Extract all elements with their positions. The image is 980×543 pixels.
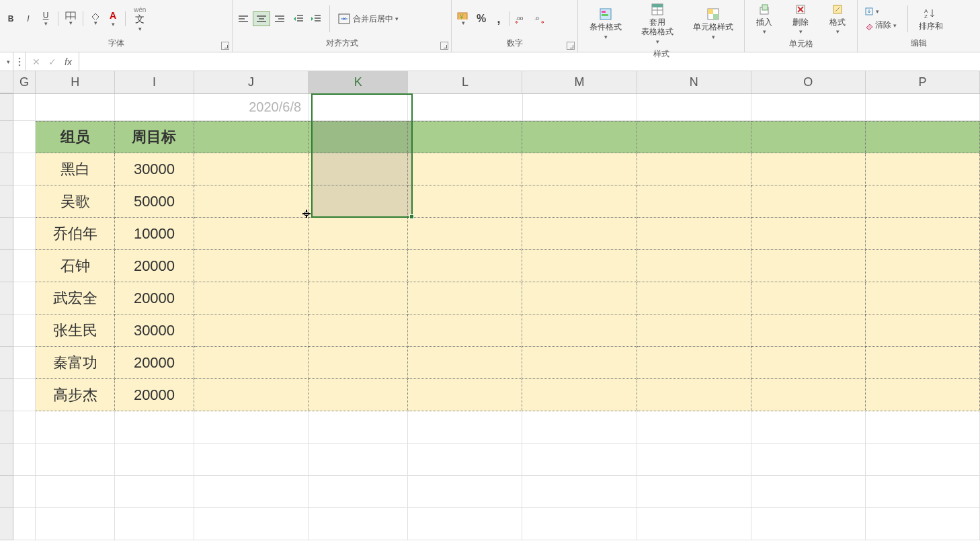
cell[interactable] bbox=[751, 282, 866, 315]
cell[interactable] bbox=[637, 185, 751, 218]
column-header[interactable]: M bbox=[522, 71, 637, 93]
cell[interactable] bbox=[866, 347, 980, 379]
cell[interactable]: 20000 bbox=[115, 282, 194, 315]
cell[interactable] bbox=[637, 94, 751, 121]
dialog-launcher-icon[interactable] bbox=[221, 42, 229, 50]
cell[interactable] bbox=[408, 411, 522, 444]
cell[interactable] bbox=[408, 282, 522, 315]
cell[interactable]: 高步杰 bbox=[36, 379, 115, 411]
cell[interactable]: 10000 bbox=[115, 218, 194, 250]
bold-button[interactable]: B bbox=[3, 10, 19, 28]
cell[interactable] bbox=[194, 121, 309, 153]
insert-button[interactable]: 插入▾ bbox=[752, 1, 776, 37]
cell[interactable] bbox=[408, 185, 522, 218]
cell[interactable] bbox=[36, 508, 115, 540]
cell[interactable] bbox=[309, 185, 408, 218]
cancel-formula-button[interactable]: ✕ bbox=[32, 56, 40, 67]
cell[interactable] bbox=[194, 411, 309, 444]
cell[interactable] bbox=[866, 218, 980, 250]
cell-style-button[interactable]: 单元格样式▾ bbox=[689, 6, 737, 42]
cell[interactable] bbox=[309, 250, 408, 282]
cell[interactable] bbox=[115, 94, 194, 121]
dialog-launcher-icon[interactable] bbox=[440, 42, 448, 50]
sort-filter-button[interactable]: AZ 排序和 bbox=[915, 5, 947, 32]
cell[interactable] bbox=[13, 94, 36, 121]
cell[interactable] bbox=[115, 444, 194, 476]
cell[interactable]: 30000 bbox=[115, 315, 194, 347]
column-header[interactable]: G bbox=[13, 71, 36, 93]
decrease-decimal-button[interactable]: .0 bbox=[532, 10, 549, 28]
cell[interactable] bbox=[194, 282, 309, 315]
cell[interactable] bbox=[866, 379, 980, 411]
cell[interactable] bbox=[309, 121, 408, 153]
row-header[interactable] bbox=[0, 282, 13, 315]
cell[interactable] bbox=[408, 444, 522, 476]
cell[interactable]: 石钟 bbox=[36, 250, 115, 282]
cell[interactable] bbox=[194, 218, 309, 250]
align-right-button[interactable] bbox=[272, 11, 288, 26]
cell[interactable] bbox=[13, 121, 36, 153]
column-header[interactable]: K bbox=[309, 71, 408, 93]
format-button[interactable]: 格式▾ bbox=[825, 1, 850, 37]
fill-button[interactable]: ▾ bbox=[860, 5, 901, 17]
cell[interactable] bbox=[309, 347, 408, 379]
row-header[interactable] bbox=[0, 185, 13, 218]
cell[interactable] bbox=[522, 476, 637, 508]
column-header[interactable]: O bbox=[751, 71, 866, 93]
cell[interactable]: 周目标 bbox=[115, 121, 194, 153]
insert-function-button[interactable]: fx bbox=[65, 56, 72, 67]
table-format-button[interactable]: 套用 表格格式▾ bbox=[637, 1, 678, 47]
cell[interactable]: 武宏全 bbox=[36, 282, 115, 315]
row-header[interactable] bbox=[0, 315, 13, 347]
cell[interactable] bbox=[408, 94, 522, 121]
cell[interactable] bbox=[751, 444, 866, 476]
cell[interactable] bbox=[637, 250, 751, 282]
cell[interactable] bbox=[36, 476, 115, 508]
cell[interactable] bbox=[13, 444, 36, 476]
column-header[interactable]: J bbox=[194, 71, 309, 93]
align-left-button[interactable] bbox=[235, 11, 251, 26]
cell[interactable] bbox=[309, 153, 408, 185]
row-header[interactable] bbox=[0, 218, 13, 250]
cell[interactable] bbox=[751, 379, 866, 411]
cell[interactable] bbox=[751, 250, 866, 282]
cell[interactable] bbox=[309, 379, 408, 411]
cell[interactable]: 乔伯年 bbox=[36, 218, 115, 250]
cell[interactable] bbox=[194, 476, 309, 508]
cell[interactable] bbox=[309, 508, 408, 540]
cell[interactable] bbox=[866, 185, 980, 218]
cell[interactable] bbox=[309, 94, 408, 121]
cell[interactable] bbox=[637, 379, 751, 411]
cell[interactable] bbox=[13, 282, 36, 315]
cell[interactable] bbox=[194, 185, 309, 218]
cell[interactable] bbox=[13, 218, 36, 250]
cell[interactable] bbox=[637, 121, 751, 153]
cell[interactable] bbox=[522, 250, 637, 282]
cell[interactable] bbox=[751, 347, 866, 379]
accept-formula-button[interactable]: ✓ bbox=[48, 56, 56, 67]
cell[interactable] bbox=[522, 508, 637, 540]
clear-button[interactable]: 清除▾ bbox=[860, 18, 901, 32]
cell[interactable] bbox=[637, 315, 751, 347]
cell[interactable] bbox=[637, 347, 751, 379]
cell[interactable]: 张生民 bbox=[36, 315, 115, 347]
formula-input[interactable] bbox=[79, 52, 980, 71]
decrease-indent-button[interactable] bbox=[290, 11, 307, 26]
cell[interactable]: 30000 bbox=[115, 153, 194, 185]
column-header[interactable]: I bbox=[115, 71, 194, 93]
conditional-format-button[interactable]: 条件格式▾ bbox=[585, 6, 626, 42]
cell[interactable] bbox=[408, 153, 522, 185]
row-header[interactable] bbox=[0, 476, 13, 508]
row-header[interactable] bbox=[0, 153, 13, 185]
select-all-corner[interactable] bbox=[0, 71, 13, 93]
align-center-button[interactable] bbox=[253, 11, 270, 26]
name-box-options[interactable] bbox=[13, 52, 26, 71]
increase-decimal-button[interactable]: .00 bbox=[513, 10, 530, 28]
cell[interactable] bbox=[637, 508, 751, 540]
row-header[interactable] bbox=[0, 379, 13, 411]
cell[interactable] bbox=[309, 315, 408, 347]
cell[interactable]: 吴歌 bbox=[36, 185, 115, 218]
cell[interactable] bbox=[866, 282, 980, 315]
name-box[interactable]: ▾ bbox=[0, 52, 13, 71]
row-header[interactable] bbox=[0, 250, 13, 282]
